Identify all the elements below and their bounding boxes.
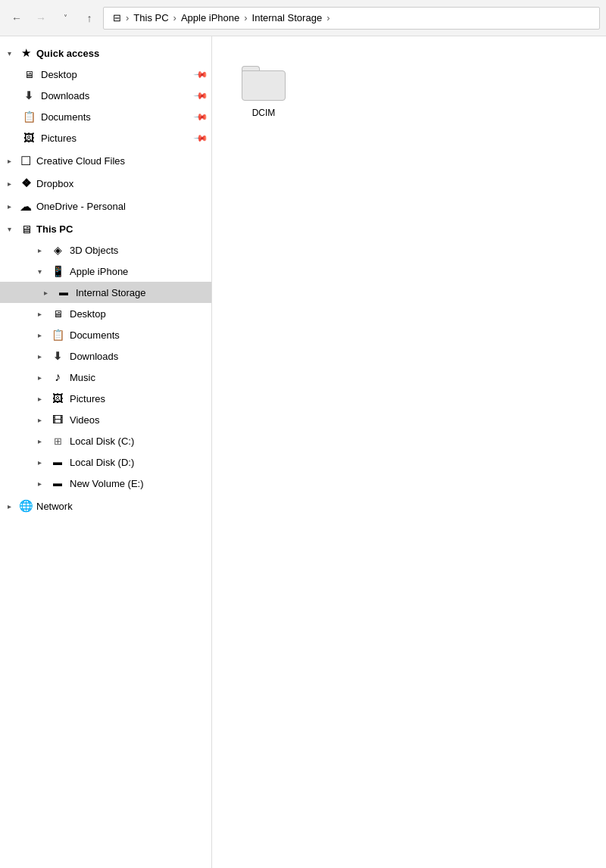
forward-button[interactable]: →: [30, 8, 52, 29]
localdisk-d-label: Local Disk (D:): [70, 457, 207, 468]
sidebar-item-apple-iphone[interactable]: 📱 Apple iPhone: [0, 261, 211, 282]
quick-access-header[interactable]: ★ Quick access: [0, 42, 211, 64]
pictures2-icon: 🖼: [50, 391, 65, 406]
section-dropbox: ❖ Dropbox: [0, 173, 211, 194]
quick-access-chevron: [3, 47, 15, 59]
music-label: Music: [70, 372, 207, 383]
sidebar-item-3dobjects[interactable]: ◈ 3D Objects: [0, 239, 211, 261]
creative-cloud-chevron: [3, 155, 15, 167]
newvolume-e-icon: ▬: [50, 476, 65, 491]
onedrive-icon: ☁: [18, 198, 33, 214]
internal-storage-chevron: [39, 286, 52, 298]
localdisk-d-chevron: [33, 456, 45, 468]
documents2-chevron: [33, 329, 45, 341]
back-button[interactable]: ←: [6, 8, 27, 29]
sidebar-item-pictures2[interactable]: 🖼 Pictures: [0, 388, 211, 409]
sidebar-item-documents[interactable]: 📋 Documents 📌: [0, 106, 211, 127]
path-apple-iphone[interactable]: Apple iPhone: [178, 11, 242, 25]
sidebar-item-desktop2[interactable]: 🖥 Desktop: [0, 303, 211, 324]
localdisk-c-chevron: [33, 435, 45, 447]
iphone-chevron: [33, 265, 45, 277]
localdisk-d-icon: ▬: [50, 454, 65, 470]
folder-dcim-name: DCIM: [252, 108, 276, 118]
sidebar-item-music[interactable]: ♪ Music: [0, 367, 211, 388]
creative-cloud-header[interactable]: ☐ Creative Cloud Files: [0, 150, 211, 171]
section-network: 🌐 Network: [0, 495, 211, 517]
documents2-label: Documents: [70, 329, 207, 341]
sidebar-item-localdisk-d[interactable]: ▬ Local Disk (D:): [0, 451, 211, 473]
sidebar-item-newvolume-e[interactable]: ▬ New Volume (E:): [0, 473, 211, 494]
section-creative-cloud: ☐ Creative Cloud Files: [0, 150, 211, 171]
onedrive-label: OneDrive - Personal: [36, 201, 207, 212]
star-icon: ★: [18, 45, 33, 61]
pin-icon-pictures: 📌: [193, 130, 209, 146]
folder-dcim[interactable]: DCIM: [233, 58, 294, 123]
music-chevron: [33, 371, 45, 383]
sidebar-item-downloads[interactable]: Downloads 📌: [0, 85, 211, 106]
newvolume-e-label: New Volume (E:): [70, 478, 207, 489]
folder-grid: DCIM: [227, 52, 300, 129]
downloads-icon: [21, 88, 36, 103]
sidebar-item-downloads2[interactable]: Downloads: [0, 345, 211, 367]
pictures2-label: Pictures: [70, 393, 207, 404]
this-pc-header[interactable]: 🖥 This PC: [0, 218, 211, 239]
3dobjects-label: 3D Objects: [70, 245, 207, 256]
quick-access-label: Quick access: [36, 48, 207, 59]
dropbox-label: Dropbox: [36, 178, 207, 189]
folder-dcim-shape: [242, 66, 286, 101]
content-area: DCIM: [212, 36, 606, 868]
section-this-pc: 🖥 This PC ◈ 3D Objects 📱 Apple iPhone ▬ …: [0, 218, 211, 494]
videos-chevron: [33, 414, 45, 426]
creative-cloud-label: Creative Cloud Files: [36, 155, 207, 167]
path-this-pc[interactable]: This PC: [130, 11, 171, 25]
3dobjects-icon: ◈: [50, 242, 65, 258]
onedrive-chevron: [3, 200, 15, 212]
folder-dcim-icon-wrap: [239, 62, 288, 105]
pin-icon-desktop: 📌: [193, 67, 209, 83]
up-button[interactable]: ↑: [79, 8, 100, 29]
network-chevron: [3, 500, 15, 512]
this-pc-icon: 🖥: [18, 221, 33, 236]
downloads2-label: Downloads: [70, 351, 207, 362]
dropdown-button[interactable]: ˅: [55, 8, 76, 29]
network-header[interactable]: 🌐 Network: [0, 495, 211, 517]
downloads-label: Downloads: [41, 90, 191, 101]
path-computer-icon[interactable]: ⊟: [110, 11, 124, 25]
dropbox-chevron: [3, 177, 15, 189]
videos-icon: 🎞: [50, 412, 65, 427]
documents2-icon: 📋: [50, 327, 65, 342]
3dobjects-chevron: [33, 244, 45, 256]
sidebar: ★ Quick access 🖥 Desktop 📌 Downloads 📌 📋…: [0, 36, 212, 868]
iphone-label: Apple iPhone: [70, 266, 207, 277]
internal-storage-icon: ▬: [56, 285, 71, 300]
sidebar-item-localdisk-c[interactable]: ⊞ Local Disk (C:): [0, 430, 211, 451]
pictures-icon: 🖼: [21, 130, 36, 145]
section-quick-access: ★ Quick access 🖥 Desktop 📌 Downloads 📌 📋…: [0, 42, 211, 148]
documents-label: Documents: [41, 111, 191, 123]
section-onedrive: ☁ OneDrive - Personal: [0, 195, 211, 217]
localdisk-c-icon: ⊞: [50, 433, 65, 448]
onedrive-header[interactable]: ☁ OneDrive - Personal: [0, 195, 211, 217]
dropbox-header[interactable]: ❖ Dropbox: [0, 173, 211, 194]
desktop-icon: 🖥: [21, 67, 36, 82]
sidebar-item-documents2[interactable]: 📋 Documents: [0, 324, 211, 345]
internal-storage-label: Internal Storage: [76, 287, 207, 298]
path-internal-storage[interactable]: Internal Storage: [249, 11, 326, 25]
sidebar-item-pictures[interactable]: 🖼 Pictures 📌: [0, 127, 211, 148]
pin-icon-documents: 📌: [193, 109, 209, 125]
network-icon: 🌐: [18, 498, 33, 514]
downloads2-icon: [50, 348, 65, 364]
pin-icon-downloads: 📌: [193, 88, 209, 104]
desktop2-chevron: [33, 308, 45, 320]
sidebar-item-desktop[interactable]: 🖥 Desktop 📌: [0, 64, 211, 85]
this-pc-chevron: [3, 223, 15, 235]
main-layout: ★ Quick access 🖥 Desktop 📌 Downloads 📌 📋…: [0, 36, 606, 868]
address-path[interactable]: ⊟ › This PC › Apple iPhone › Internal St…: [103, 7, 600, 30]
videos-label: Videos: [70, 414, 207, 426]
sidebar-item-internal-storage[interactable]: ▬ Internal Storage: [0, 282, 211, 303]
address-bar: ← → ˅ ↑ ⊟ › This PC › Apple iPhone › Int…: [0, 0, 606, 36]
this-pc-label: This PC: [36, 223, 207, 235]
sidebar-item-videos[interactable]: 🎞 Videos: [0, 409, 211, 430]
pictures-label: Pictures: [41, 133, 191, 144]
network-label: Network: [36, 501, 207, 512]
